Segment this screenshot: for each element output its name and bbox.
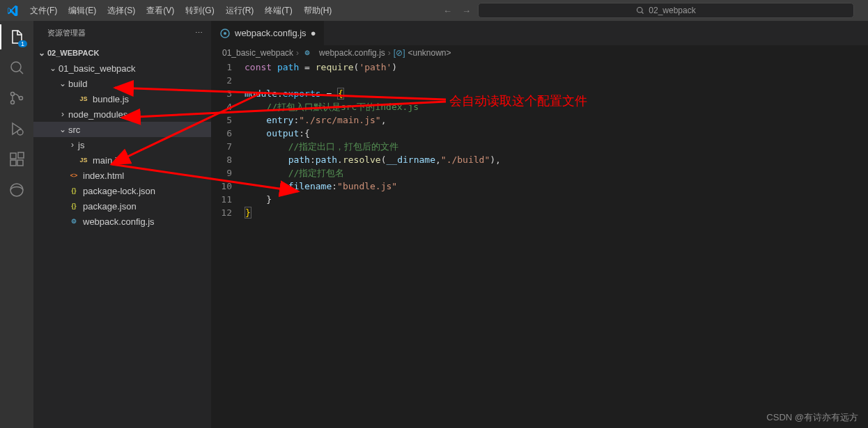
svg-point-4 xyxy=(11,93,15,96)
command-center-text: 02_webpack xyxy=(649,6,695,15)
more-icon[interactable]: ⋯ xyxy=(195,29,203,38)
tree-file[interactable]: <>index.html xyxy=(33,168,211,183)
code-editor[interactable]: 123456789101112 const path = require('pa… xyxy=(211,61,868,219)
menu-item[interactable]: 选择(S) xyxy=(102,5,141,17)
tree-label: build xyxy=(68,79,87,89)
breadcrumb-item[interactable]: webpack.config.js xyxy=(319,48,385,58)
explorer-icon[interactable]: 1 xyxy=(8,28,26,46)
svg-point-12 xyxy=(10,184,23,196)
menu-item[interactable]: 终端(T) xyxy=(259,5,297,17)
nav-forward-icon[interactable]: → xyxy=(462,6,471,16)
tree-label: package-lock.json xyxy=(83,186,155,196)
nav-arrows: ← → xyxy=(443,6,471,16)
svg-point-2 xyxy=(11,62,21,72)
tree-label: node_modules xyxy=(68,109,127,120)
activity-badge: 1 xyxy=(18,40,27,47)
tree-folder[interactable]: ⌄01_basic_webpack xyxy=(33,61,211,76)
tree-file[interactable]: JSbundle.js xyxy=(33,91,211,106)
tree-label: 01_basic_webpack xyxy=(59,63,136,74)
js-file-icon: JS xyxy=(78,93,89,104)
twisty-icon: › xyxy=(57,109,68,119)
tree-label: bundle.js xyxy=(93,94,129,104)
breadcrumb[interactable]: 01_basic_webpack›⚙webpack.config.js›[⊘]<… xyxy=(211,45,868,61)
editor-area: webpack.config.js ● 01_basic_webpack›⚙we… xyxy=(211,21,868,428)
js-file-icon: JS xyxy=(78,154,89,166)
twisty-icon: ⌄ xyxy=(47,63,59,73)
svg-line-3 xyxy=(20,70,23,74)
nav-back-icon[interactable]: ← xyxy=(443,6,452,16)
gear-icon: ⚙ xyxy=(68,216,79,227)
activity-bar: 1 xyxy=(0,21,33,428)
editor-tab[interactable]: webpack.config.js ● xyxy=(211,21,325,45)
file-tree: ⌄02_WEBPACK ⌄01_basic_webpack⌄buildJSbun… xyxy=(33,45,211,428)
tree-label: src xyxy=(68,125,80,135)
line-gutter: 123456789101112 xyxy=(211,61,245,219)
svg-rect-10 xyxy=(17,160,23,166)
twisty-icon: › xyxy=(67,140,78,150)
twisty-icon: ⌄ xyxy=(57,79,68,88)
watermark: CSDN @有诗亦有远方 xyxy=(766,411,858,424)
sidebar: 资源管理器 ⋯ ⌄02_WEBPACK ⌄01_basic_webpack⌄bu… xyxy=(33,21,211,428)
svg-rect-9 xyxy=(10,160,16,166)
source-control-icon[interactable] xyxy=(8,89,26,107)
svg-point-14 xyxy=(224,32,226,35)
gear-icon: ⚙ xyxy=(302,47,313,58)
tree-folder[interactable]: ›js xyxy=(33,137,211,152)
menu-item[interactable]: 帮助(H) xyxy=(298,5,338,17)
tab-label: webpack.config.js xyxy=(235,28,307,38)
menu-item[interactable]: 转到(G) xyxy=(180,5,219,17)
edge-icon[interactable] xyxy=(8,181,26,199)
svg-point-7 xyxy=(17,129,23,135)
tree-root[interactable]: ⌄02_WEBPACK xyxy=(33,45,211,61)
tree-label: package.json xyxy=(83,201,137,212)
menu-item[interactable]: 运行(R) xyxy=(220,5,260,17)
svg-point-0 xyxy=(637,8,643,13)
svg-point-6 xyxy=(20,97,23,100)
twisty-icon: ⌄ xyxy=(57,125,68,134)
tree-file[interactable]: {}package-lock.json xyxy=(33,183,211,198)
editor-tabs: webpack.config.js ● xyxy=(211,21,868,45)
tree-file[interactable]: JSmain.js xyxy=(33,152,211,168)
svg-rect-8 xyxy=(10,153,16,159)
tree-label: webpack.config.js xyxy=(83,216,155,227)
title-bar: 文件(F)编辑(E)选择(S)查看(V)转到(G)运行(R)终端(T)帮助(H)… xyxy=(0,0,868,21)
main-menu: 文件(F)编辑(E)选择(S)查看(V)转到(G)运行(R)终端(T)帮助(H) xyxy=(24,5,337,17)
svg-line-1 xyxy=(642,12,644,13)
run-debug-icon[interactable] xyxy=(8,120,26,138)
svg-point-5 xyxy=(11,101,15,104)
dirty-indicator-icon: ● xyxy=(311,28,316,38)
tree-folder[interactable]: ⌄src xyxy=(33,122,211,137)
code-content[interactable]: const path = require('path')module.expor… xyxy=(245,61,501,219)
search-icon[interactable] xyxy=(8,58,26,77)
tree-label: index.html xyxy=(83,171,124,181)
tree-label: js xyxy=(78,140,84,150)
command-center[interactable]: 02_webpack xyxy=(478,3,854,18)
json-file-icon: {} xyxy=(68,200,79,212)
tree-file[interactable]: ⚙webpack.config.js xyxy=(33,214,211,229)
breadcrumb-item[interactable]: <unknown> xyxy=(408,48,451,58)
json-file-icon: {} xyxy=(68,185,79,196)
vscode-logo-icon xyxy=(0,5,24,16)
extensions-icon[interactable] xyxy=(8,150,26,168)
brackets-icon: [⊘] xyxy=(394,48,405,58)
sidebar-header: 资源管理器 ⋯ xyxy=(33,21,211,45)
tree-folder[interactable]: ⌄build xyxy=(33,76,211,91)
svg-rect-11 xyxy=(18,152,24,158)
menu-item[interactable]: 编辑(E) xyxy=(63,5,102,17)
tree-file[interactable]: {}package.json xyxy=(33,198,211,214)
html-file-icon: <> xyxy=(68,170,79,181)
breadcrumb-item[interactable]: 01_basic_webpack xyxy=(222,48,293,58)
tree-folder[interactable]: ›node_modules xyxy=(33,106,211,122)
menu-item[interactable]: 查看(V) xyxy=(141,5,180,17)
tree-label: main.js xyxy=(93,155,121,166)
menu-item[interactable]: 文件(F) xyxy=(24,5,63,17)
sidebar-title: 资源管理器 xyxy=(47,28,86,38)
